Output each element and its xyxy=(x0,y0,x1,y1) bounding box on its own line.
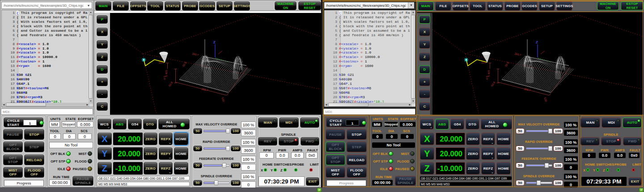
svg-text:393.7: 393.7 xyxy=(192,52,199,57)
svg-text:393.7: 393.7 xyxy=(514,52,522,57)
svg-text:50.8: 50.8 xyxy=(504,61,510,67)
svg-text:393.7: 393.7 xyxy=(201,88,209,92)
svg-text:-50.8: -50.8 xyxy=(490,81,496,88)
svg-text:5.405: 5.405 xyxy=(165,70,168,77)
svg-text:Z: Z xyxy=(536,40,538,44)
svg-text:393.7: 393.7 xyxy=(524,88,531,92)
svg-text:Z: Z xyxy=(213,40,216,44)
svg-text:530: 530 xyxy=(221,97,225,102)
svg-text:-0.5: -0.5 xyxy=(163,75,166,80)
svg-text:50.8: 50.8 xyxy=(182,61,187,67)
svg-text:-0.5: -0.5 xyxy=(486,75,488,80)
svg-text:5.405: 5.405 xyxy=(487,70,490,77)
svg-text:-50.8: -50.8 xyxy=(168,81,174,88)
svg-text:530: 530 xyxy=(543,97,547,102)
